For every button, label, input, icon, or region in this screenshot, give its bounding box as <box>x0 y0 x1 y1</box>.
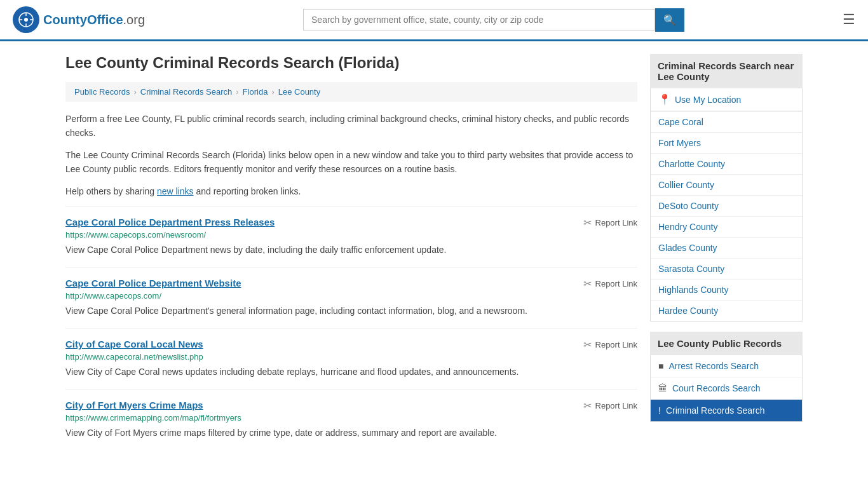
sidebar-item-fort-myers[interactable]: Fort Myers <box>651 133 802 154</box>
breadcrumb: Public Records › Criminal Records Search… <box>65 82 637 102</box>
report-link-button[interactable]: ✂ Report Link <box>583 217 637 229</box>
hamburger-icon: ☰ <box>843 11 855 27</box>
result-url: http://www.capecops.com/ <box>65 291 637 301</box>
sidebar-item-glades-county[interactable]: Glades County <box>651 238 802 259</box>
new-links-link[interactable]: new links <box>157 186 194 196</box>
result-url: https://www.crimemapping.com/map/fl/fort… <box>65 413 637 423</box>
intro-paragraph-3: Help others by sharing new links and rep… <box>65 184 637 198</box>
arrest-icon: ■ <box>658 361 663 371</box>
result-url: https://www.capecops.com/newsroom/ <box>65 230 637 240</box>
report-link-button[interactable]: ✂ Report Link <box>583 339 637 351</box>
breadcrumb-florida[interactable]: Florida <box>243 87 268 97</box>
report-link-button[interactable]: ✂ Report Link <box>583 400 637 412</box>
menu-button[interactable]: ☰ <box>843 11 855 28</box>
sidebar-public-records-title: Lee County Public Records <box>650 332 803 355</box>
report-icon: ✂ <box>583 217 592 229</box>
sidebar: Criminal Records Search near Lee County … <box>650 54 803 450</box>
result-description: View Cape Coral Police Department news b… <box>65 243 637 257</box>
logo-text: CountyOffice.org <box>43 13 145 27</box>
breadcrumb-sep-3: › <box>271 87 274 97</box>
criminal-icon: ! <box>658 405 661 416</box>
result-title-link[interactable]: City of Cape Coral Local News <box>65 339 203 349</box>
sidebar-public-records-section: Lee County Public Records ■ Arrest Recor… <box>650 332 803 422</box>
result-title-link[interactable]: Cape Coral Police Department Press Relea… <box>65 217 275 227</box>
report-icon: ✂ <box>583 278 592 290</box>
result-item: City of Fort Myers Crime Maps ✂ Report L… <box>65 389 637 450</box>
intro-paragraph-1: Perform a free Lee County, FL public cri… <box>65 112 637 140</box>
sidebar-item-highlands-county[interactable]: Highlands County <box>651 280 802 301</box>
result-title-link[interactable]: Cape Coral Police Department Website <box>65 278 241 288</box>
result-item: Cape Coral Police Department Website ✂ R… <box>65 267 637 328</box>
breadcrumb-criminal-records[interactable]: Criminal Records Search <box>140 87 233 97</box>
result-item: Cape Coral Police Department Press Relea… <box>65 206 637 267</box>
result-description: View City of Cape Coral news updates inc… <box>65 365 637 379</box>
sidebar-item-collier-county[interactable]: Collier County <box>651 175 802 196</box>
result-item: City of Cape Coral Local News ✂ Report L… <box>65 328 637 389</box>
sidebar-nearby-title: Criminal Records Search near Lee County <box>650 54 803 88</box>
result-url: http://www.capecoral.net/newslist.php <box>65 352 637 362</box>
breadcrumb-public-records[interactable]: Public Records <box>74 87 130 97</box>
sidebar-item-court-records[interactable]: 🏛 Court Records Search <box>651 377 802 400</box>
main-container: Lee County Criminal Records Search (Flor… <box>53 54 815 450</box>
breadcrumb-sep-1: › <box>133 87 136 97</box>
sidebar-item-cape-coral[interactable]: Cape Coral <box>651 112 802 133</box>
search-button[interactable]: 🔍 <box>655 8 684 32</box>
report-icon: ✂ <box>583 400 592 412</box>
sidebar-use-location[interactable]: 📍 Use My Location <box>651 88 802 112</box>
page-title: Lee County Criminal Records Search (Flor… <box>65 54 637 72</box>
report-link-button[interactable]: ✂ Report Link <box>583 278 637 290</box>
sidebar-nearby-list: 📍 Use My Location Cape Coral Fort Myers … <box>650 88 803 322</box>
sidebar-item-sarasota-county[interactable]: Sarasota County <box>651 259 802 280</box>
result-title-link[interactable]: City of Fort Myers Crime Maps <box>65 400 203 410</box>
results-list: Cape Coral Police Department Press Relea… <box>65 206 637 450</box>
court-icon: 🏛 <box>658 383 667 393</box>
result-header: City of Fort Myers Crime Maps ✂ Report L… <box>65 400 637 413</box>
sidebar-item-desoto-county[interactable]: DeSoto County <box>651 196 802 217</box>
logo-area: CountyOffice.org <box>13 6 145 33</box>
sidebar-item-charlotte-county[interactable]: Charlotte County <box>651 154 802 175</box>
result-header: City of Cape Coral Local News ✂ Report L… <box>65 339 637 352</box>
sidebar-nearby-section: Criminal Records Search near Lee County … <box>650 54 803 322</box>
sidebar-item-hardee-county[interactable]: Hardee County <box>651 301 802 321</box>
logo-icon <box>13 6 39 33</box>
search-input[interactable] <box>303 9 655 30</box>
location-pin-icon: 📍 <box>658 93 671 105</box>
sidebar-item-criminal-records[interactable]: ! Criminal Records Search <box>651 400 802 421</box>
intro-paragraph-2: The Lee County Criminal Records Search (… <box>65 148 637 177</box>
report-icon: ✂ <box>583 339 592 351</box>
content-area: Lee County Criminal Records Search (Flor… <box>65 54 637 450</box>
result-description: View Cape Coral Police Department's gene… <box>65 304 637 318</box>
result-header: Cape Coral Police Department Website ✂ R… <box>65 278 637 291</box>
sidebar-item-arrest-records[interactable]: ■ Arrest Records Search <box>651 355 802 377</box>
search-area: 🔍 <box>303 8 684 32</box>
sidebar-item-hendry-county[interactable]: Hendry County <box>651 217 802 238</box>
result-header: Cape Coral Police Department Press Relea… <box>65 217 637 230</box>
result-description: View City of Fort Myers crime maps filte… <box>65 426 637 440</box>
header: CountyOffice.org 🔍 ☰ <box>0 0 868 41</box>
breadcrumb-lee-county[interactable]: Lee County <box>278 87 321 97</box>
breadcrumb-sep-2: › <box>236 87 238 97</box>
svg-point-2 <box>24 18 28 22</box>
search-icon: 🔍 <box>663 15 676 25</box>
sidebar-public-records-list: ■ Arrest Records Search 🏛 Court Records … <box>650 355 803 422</box>
